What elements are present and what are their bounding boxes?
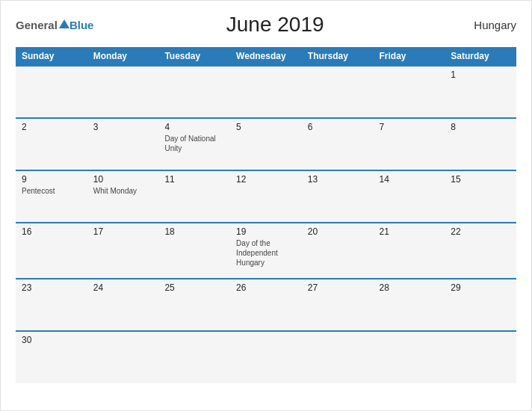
calendar-week-row: 16171819Day of the Independent Hungary20… bbox=[16, 223, 516, 279]
calendar-day-cell bbox=[230, 331, 302, 383]
calendar-day-cell: 25 bbox=[158, 279, 230, 331]
day-event-label: Day of National Unity bbox=[164, 134, 224, 153]
calendar-day-cell: 14 bbox=[374, 170, 445, 223]
calendar-week-row: 234Day of National Unity5678 bbox=[16, 118, 516, 170]
calendar-day-cell: 5 bbox=[230, 118, 302, 170]
day-number: 21 bbox=[380, 226, 439, 237]
calendar-day-cell bbox=[374, 66, 445, 118]
calendar-week-row: 30 bbox=[16, 331, 516, 383]
weekday-header-thursday: Thursday bbox=[302, 47, 374, 66]
day-number: 19 bbox=[236, 226, 296, 237]
weekday-header-monday: Monday bbox=[87, 47, 159, 66]
weekday-header-saturday: Saturday bbox=[445, 47, 516, 66]
calendar-day-cell: 23 bbox=[16, 279, 87, 331]
day-number: 29 bbox=[451, 282, 510, 293]
day-number: 23 bbox=[22, 282, 81, 293]
day-event-label: Whit Monday bbox=[93, 186, 153, 196]
calendar-day-cell bbox=[158, 66, 230, 118]
calendar-day-cell bbox=[302, 66, 374, 118]
day-number: 2 bbox=[22, 122, 81, 132]
calendar-day-cell: 9Pentecost bbox=[16, 170, 87, 223]
calendar-day-cell: 2 bbox=[16, 118, 87, 170]
calendar-day-cell: 6 bbox=[302, 118, 374, 170]
day-number: 6 bbox=[308, 122, 368, 132]
day-number: 7 bbox=[380, 122, 439, 132]
calendar-day-cell: 3 bbox=[87, 118, 159, 170]
day-number: 10 bbox=[93, 174, 153, 185]
logo: General Blue bbox=[16, 19, 93, 31]
day-number: 1 bbox=[451, 69, 510, 80]
calendar-day-cell: 29 bbox=[445, 279, 516, 331]
calendar-day-cell: 16 bbox=[16, 223, 87, 279]
day-number: 16 bbox=[22, 226, 81, 237]
calendar-day-cell: 20 bbox=[302, 223, 374, 279]
day-number: 12 bbox=[236, 174, 296, 185]
day-number: 27 bbox=[308, 282, 368, 293]
calendar-day-cell: 18 bbox=[158, 223, 230, 279]
calendar-day-cell: 13 bbox=[302, 170, 374, 223]
calendar-title: June 2019 bbox=[93, 13, 457, 37]
calendar-day-cell bbox=[302, 331, 374, 383]
calendar-day-cell: 7 bbox=[374, 118, 445, 170]
logo-blue-text: Blue bbox=[69, 19, 94, 31]
weekday-header-row: SundayMondayTuesdayWednesdayThursdayFrid… bbox=[16, 47, 516, 66]
logo-triangle-icon bbox=[59, 19, 69, 28]
day-number: 5 bbox=[236, 122, 296, 132]
day-number: 25 bbox=[164, 282, 224, 293]
day-number: 24 bbox=[93, 282, 153, 293]
day-number: 18 bbox=[164, 226, 224, 237]
calendar-day-cell: 24 bbox=[87, 279, 159, 331]
calendar-day-cell: 27 bbox=[302, 279, 374, 331]
calendar-week-row: 9Pentecost10Whit Monday1112131415 bbox=[16, 170, 516, 223]
calendar-day-cell: 10Whit Monday bbox=[87, 170, 159, 223]
weekday-header-friday: Friday bbox=[374, 47, 445, 66]
day-number: 11 bbox=[164, 174, 224, 185]
country-label: Hungary bbox=[457, 19, 516, 31]
calendar-day-cell bbox=[445, 331, 516, 383]
day-number: 30 bbox=[22, 335, 81, 345]
day-number: 4 bbox=[164, 122, 224, 132]
day-number: 14 bbox=[380, 174, 439, 185]
calendar-table: SundayMondayTuesdayWednesdayThursdayFrid… bbox=[16, 47, 516, 383]
day-number: 8 bbox=[451, 122, 510, 132]
day-number: 26 bbox=[236, 282, 296, 293]
calendar-day-cell: 28 bbox=[374, 279, 445, 331]
calendar-day-cell: 15 bbox=[445, 170, 516, 223]
weekday-header-tuesday: Tuesday bbox=[158, 47, 230, 66]
day-number: 28 bbox=[380, 282, 439, 293]
day-number: 20 bbox=[308, 226, 368, 237]
calendar-day-cell bbox=[87, 66, 159, 118]
calendar-day-cell: 26 bbox=[230, 279, 302, 331]
logo-general-text: General bbox=[16, 19, 58, 31]
weekday-header-sunday: Sunday bbox=[16, 47, 87, 66]
calendar-day-cell: 4Day of National Unity bbox=[158, 118, 230, 170]
calendar-day-cell: 22 bbox=[445, 223, 516, 279]
day-number: 22 bbox=[451, 226, 510, 237]
calendar-day-cell: 8 bbox=[445, 118, 516, 170]
calendar-day-cell bbox=[374, 331, 445, 383]
day-number: 9 bbox=[22, 174, 81, 185]
calendar-container: General Blue June 2019 Hungary SundayMon… bbox=[0, 0, 532, 411]
calendar-day-cell: 21 bbox=[374, 223, 445, 279]
calendar-day-cell bbox=[230, 66, 302, 118]
calendar-day-cell bbox=[87, 331, 159, 383]
calendar-day-cell: 19Day of the Independent Hungary bbox=[230, 223, 302, 279]
calendar-day-cell: 30 bbox=[16, 331, 87, 383]
weekday-header-wednesday: Wednesday bbox=[230, 47, 302, 66]
calendar-day-cell: 17 bbox=[87, 223, 159, 279]
day-number: 13 bbox=[308, 174, 368, 185]
calendar-week-row: 23242526272829 bbox=[16, 279, 516, 331]
calendar-day-cell bbox=[158, 331, 230, 383]
calendar-week-row: 1 bbox=[16, 66, 516, 118]
calendar-day-cell: 12 bbox=[230, 170, 302, 223]
day-number: 15 bbox=[451, 174, 510, 185]
calendar-day-cell bbox=[16, 66, 87, 118]
day-number: 17 bbox=[93, 226, 153, 237]
calendar-header: General Blue June 2019 Hungary bbox=[16, 13, 516, 37]
day-event-label: Pentecost bbox=[22, 186, 81, 196]
calendar-day-cell: 11 bbox=[158, 170, 230, 223]
day-number: 3 bbox=[93, 122, 153, 132]
day-event-label: Day of the Independent Hungary bbox=[236, 238, 296, 268]
calendar-day-cell: 1 bbox=[445, 66, 516, 118]
